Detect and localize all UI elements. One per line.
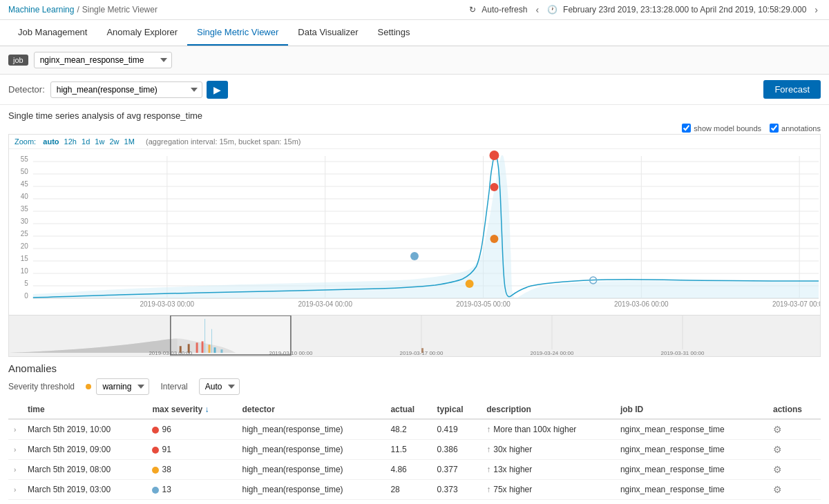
th-actual[interactable]: actual — [385, 400, 431, 419]
zoom-1d[interactable]: 1d — [82, 137, 90, 146]
breadcrumb-separator: / — [77, 5, 79, 14]
anomaly-dot-red-1[interactable] — [489, 151, 499, 160]
cell-desc-1: ↑More than 100x higher — [481, 419, 615, 440]
svg-text:2019-03-06 00:00: 2019-03-06 00:00 — [614, 300, 669, 308]
svg-rect-40 — [196, 342, 198, 353]
main-chart[interactable]: 55 50 45 40 35 30 25 20 15 10 5 0 — [9, 149, 820, 315]
zoom-bar: Zoom: auto 12h 1d 1w 2w 1M (aggregation … — [9, 135, 820, 149]
zoom-1w[interactable]: 1w — [95, 137, 104, 146]
svg-text:30: 30 — [21, 217, 29, 225]
cell-detector-4: high_mean(response_time) — [236, 480, 385, 500]
table-row[interactable]: › March 5th 2019, 03:00 13 high_mean(res… — [8, 480, 821, 500]
anomaly-table: time max severity detector actual typica… — [8, 400, 821, 504]
anomalies-section: Anomalies Severity threshold warning min… — [0, 357, 829, 504]
svg-text:2019-03-07 00:00: 2019-03-07 00:00 — [772, 300, 820, 308]
cell-actual-2: 11.5 — [385, 440, 431, 460]
svg-text:5: 5 — [24, 280, 28, 287]
cell-detector-2: high_mean(response_time) — [236, 440, 385, 460]
expand-icon-1[interactable]: › — [14, 426, 16, 434]
detector-label: Detector: — [8, 84, 45, 95]
annotations-checkbox[interactable] — [770, 124, 779, 133]
interval-select[interactable]: Auto 1h 3h 6h 12h 1d — [199, 378, 240, 395]
table-row[interactable]: › March 5th 2019, 10:00 96 high_mean(res… — [8, 419, 821, 440]
zoom-12h[interactable]: 12h — [64, 137, 77, 146]
mini-chart[interactable]: 2019-03-03 00:00 2019-03-10 00:00 2019-0… — [9, 315, 820, 356]
cell-typical-5: 0.423 — [432, 500, 482, 505]
th-time[interactable]: time — [22, 400, 146, 419]
gear-icon-2[interactable]: ⚙ — [773, 444, 782, 455]
tab-single-metric-viewer[interactable]: Single Metric Viewer — [187, 20, 288, 46]
arrow-up-icon-4: ↑ — [486, 485, 490, 494]
severity-dot-2 — [152, 447, 159, 454]
cell-actual-3: 4.86 — [385, 460, 431, 480]
annotations-label: annotations — [781, 124, 821, 133]
show-model-bounds-checkbox[interactable] — [682, 124, 691, 133]
svg-text:15: 15 — [21, 255, 29, 262]
job-select[interactable]: nginx_mean_response_time — [34, 52, 172, 68]
play-button[interactable]: ▶ — [207, 81, 228, 99]
tab-anomaly-explorer[interactable]: Anomaly Explorer — [97, 20, 187, 46]
anomaly-dot-blue-1[interactable] — [410, 252, 419, 260]
th-typical[interactable]: typical — [432, 400, 482, 419]
anomaly-dot-red-2[interactable] — [490, 183, 498, 191]
th-job-id[interactable]: job ID — [615, 400, 768, 419]
detector-select[interactable]: high_mean(response_time) — [50, 81, 202, 98]
nav-tabs: Job Management Anomaly Explorer Single M… — [0, 20, 829, 46]
gear-icon-4[interactable]: ⚙ — [773, 484, 782, 495]
mini-chart-svg: 2019-03-03 00:00 2019-03-10 00:00 2019-0… — [9, 316, 820, 356]
tab-settings[interactable]: Settings — [368, 20, 420, 46]
nav-back-arrow[interactable]: ‹ — [533, 4, 542, 15]
cell-jobid-3: nginx_mean_response_time — [615, 460, 768, 480]
svg-text:2019-03-03 00:00: 2019-03-03 00:00 — [140, 300, 195, 308]
aggregation-info: (aggregation interval: 15m, bucket span:… — [146, 137, 301, 146]
th-detector[interactable]: detector — [236, 400, 385, 419]
auto-refresh-label[interactable]: Auto-refresh — [482, 5, 527, 14]
gear-icon-1[interactable]: ⚙ — [773, 424, 782, 435]
expand-icon-3[interactable]: › — [14, 466, 16, 474]
cell-severity-3: 38 — [146, 460, 236, 480]
anomaly-dot-yellow-1[interactable] — [466, 280, 474, 288]
tab-job-management[interactable]: Job Management — [8, 20, 97, 46]
nav-forward-arrow[interactable]: › — [812, 4, 821, 15]
svg-text:2019-03-17 00:00: 2019-03-17 00:00 — [400, 350, 444, 356]
breadcrumb-root[interactable]: Machine Learning — [8, 5, 74, 14]
table-row[interactable]: › March 5th 2019, 08:00 38 high_mean(res… — [8, 460, 821, 480]
cell-time-4: March 5th 2019, 03:00 — [22, 480, 146, 500]
job-label: job — [8, 55, 28, 66]
svg-rect-42 — [209, 345, 211, 353]
svg-text:55: 55 — [21, 155, 29, 163]
expand-icon-4[interactable]: › — [14, 486, 16, 494]
zoom-2w[interactable]: 2w — [109, 137, 119, 146]
zoom-1m[interactable]: 1M — [124, 137, 135, 146]
anomaly-table-body: › March 5th 2019, 10:00 96 high_mean(res… — [8, 419, 821, 504]
th-description[interactable]: description — [481, 400, 615, 419]
table-row[interactable]: › March 6th 2019, 15:00 < 1 high_mean(re… — [8, 500, 821, 505]
svg-text:2019-03-05 00:00: 2019-03-05 00:00 — [456, 300, 511, 308]
cell-detector-1: high_mean(response_time) — [236, 419, 385, 440]
th-actions: actions — [768, 400, 821, 419]
show-model-bounds-option[interactable]: show model bounds — [682, 124, 761, 133]
table-header-row: time max severity detector actual typica… — [8, 400, 821, 419]
svg-text:25: 25 — [21, 230, 29, 238]
cell-detector-5: high_mean(response_time) — [236, 500, 385, 505]
cell-severity-4: 13 — [146, 480, 236, 500]
gear-icon-3[interactable]: ⚙ — [773, 464, 782, 475]
cell-actual-5: 1.79 — [385, 500, 431, 505]
severity-select[interactable]: warning minor major critical — [96, 378, 149, 395]
zoom-auto[interactable]: auto — [43, 137, 59, 146]
th-max-severity[interactable]: max severity — [146, 400, 236, 419]
anomalies-title: Anomalies — [8, 362, 821, 374]
main-chart-svg: 55 50 45 40 35 30 25 20 15 10 5 0 — [9, 149, 820, 315]
cell-time-3: March 5th 2019, 08:00 — [22, 460, 146, 480]
tab-data-visualizer[interactable]: Data Visualizer — [288, 20, 368, 46]
expand-icon-2[interactable]: › — [14, 446, 16, 454]
forecast-button[interactable]: Forecast — [763, 80, 821, 99]
table-row[interactable]: › March 5th 2019, 09:00 91 high_mean(res… — [8, 440, 821, 460]
cell-actions-1: ⚙ — [768, 419, 821, 440]
anomaly-dot-orange-1[interactable] — [490, 235, 498, 243]
annotations-option[interactable]: annotations — [770, 124, 821, 133]
breadcrumb-left: Machine Learning / Single Metric Viewer — [8, 5, 158, 14]
cell-severity-1: 96 — [146, 419, 236, 440]
severity-row: Severity threshold warning minor major c… — [8, 378, 821, 395]
cell-actions-4: ⚙ — [768, 480, 821, 500]
